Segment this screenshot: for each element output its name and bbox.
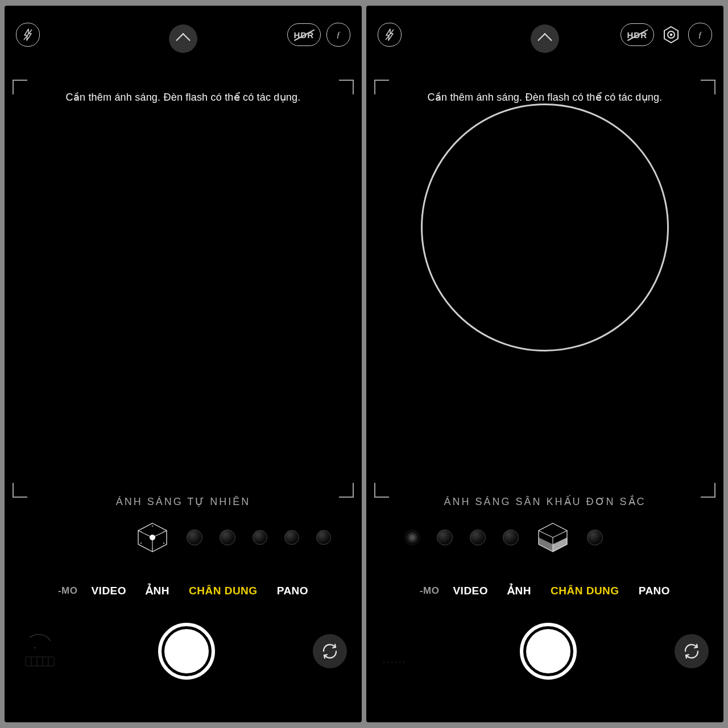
camera-modes[interactable]: -MO VIDEO ẢNH CHÂN DUNG PANO xyxy=(5,584,362,597)
chevron-up-icon[interactable] xyxy=(531,24,559,53)
svg-point-3 xyxy=(150,535,155,540)
lighting-effect-picker[interactable] xyxy=(366,518,723,557)
camera-modes[interactable]: -MO VIDEO ẢNH CHÂN DUNG PANO xyxy=(366,584,723,597)
lighting-option[interactable] xyxy=(253,530,267,545)
svg-point-19 xyxy=(670,34,673,36)
phone-screen-left: HDR ƒ Cần thêm ánh sáng. Đèn flash có th… xyxy=(5,6,362,722)
svg-point-7 xyxy=(152,548,154,550)
lighting-cube-stage-mono[interactable] xyxy=(536,520,570,555)
last-photo-thumbnail[interactable] xyxy=(19,630,60,673)
svg-point-9 xyxy=(140,531,142,533)
svg-point-28 xyxy=(399,661,400,663)
lighting-option[interactable] xyxy=(187,530,202,545)
phone-screen-right: HDR ƒ Cần thêm ánh sáng. Đèn flash có th… xyxy=(366,6,723,722)
svg-point-29 xyxy=(403,661,404,663)
flip-camera-button[interactable] xyxy=(675,634,709,668)
mode-pano[interactable]: PANO xyxy=(639,585,670,597)
svg-point-6 xyxy=(163,543,165,544)
lighting-option[interactable] xyxy=(503,530,519,545)
lighting-option[interactable] xyxy=(405,530,420,545)
mode-video[interactable]: VIDEO xyxy=(91,585,126,597)
svg-point-10 xyxy=(34,647,35,648)
lighting-option[interactable] xyxy=(316,530,331,545)
lighting-effect-picker[interactable] xyxy=(5,518,362,557)
low-light-warning: Cần thêm ánh sáng. Đèn flash có thể có t… xyxy=(5,91,362,104)
viewfinder-frame xyxy=(13,80,354,498)
svg-point-25 xyxy=(387,661,388,663)
hdr-toggle[interactable]: HDR xyxy=(287,23,321,46)
lighting-option[interactable] xyxy=(587,530,603,545)
flash-off-icon[interactable] xyxy=(16,23,40,47)
svg-point-8 xyxy=(140,543,142,544)
mode-slomo[interactable]: -MO xyxy=(420,585,440,597)
svg-point-27 xyxy=(395,661,396,663)
svg-point-5 xyxy=(163,531,165,533)
live-photo-icon[interactable] xyxy=(660,23,682,46)
mode-portrait[interactable]: CHÂN DUNG xyxy=(551,585,619,597)
svg-marker-23 xyxy=(553,537,567,552)
chevron-up-icon[interactable] xyxy=(169,24,197,53)
svg-point-26 xyxy=(391,661,392,663)
lighting-effect-label: ÁNH SÁNG TỰ NHIÊN xyxy=(5,495,362,508)
svg-rect-11 xyxy=(26,657,54,666)
portrait-crop-circle xyxy=(421,104,669,351)
mode-portrait[interactable]: CHÂN DUNG xyxy=(189,585,258,597)
shutter-row xyxy=(5,623,362,680)
mode-video[interactable]: VIDEO xyxy=(453,585,488,597)
last-photo-thumbnail[interactable] xyxy=(381,631,422,672)
filters-icon[interactable]: ƒ xyxy=(326,23,350,47)
svg-point-24 xyxy=(383,661,384,663)
shutter-row xyxy=(366,623,723,680)
low-light-warning: Cần thêm ánh sáng. Đèn flash có thể có t… xyxy=(366,91,723,104)
mode-pano[interactable]: PANO xyxy=(277,585,308,597)
lighting-cube-natural[interactable] xyxy=(135,520,169,555)
filters-icon[interactable]: ƒ xyxy=(688,23,712,47)
flip-camera-button[interactable] xyxy=(313,634,347,668)
shutter-button[interactable] xyxy=(520,623,577,680)
mode-photo[interactable]: ẢNH xyxy=(146,584,169,597)
lighting-option[interactable] xyxy=(437,530,453,545)
hdr-toggle[interactable]: HDR xyxy=(621,23,655,46)
shutter-button[interactable] xyxy=(158,623,215,680)
lighting-option[interactable] xyxy=(284,530,299,545)
mode-photo[interactable]: ẢNH xyxy=(507,584,531,597)
lighting-option[interactable] xyxy=(220,530,235,545)
lighting-option[interactable] xyxy=(470,530,486,545)
lighting-effect-label: ÁNH SÁNG SÂN KHẤU ĐƠN SẮC xyxy=(366,495,723,508)
svg-point-4 xyxy=(152,526,154,527)
flash-off-icon[interactable] xyxy=(378,23,402,47)
mode-slomo[interactable]: -MO xyxy=(58,585,78,597)
svg-marker-22 xyxy=(539,537,553,552)
